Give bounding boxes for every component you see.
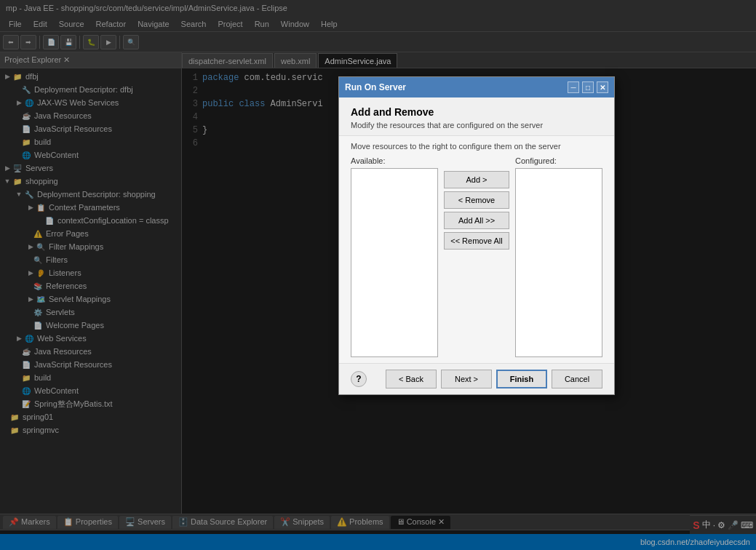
add-all-button[interactable]: Add All >>: [444, 212, 509, 229]
remove-all-button[interactable]: << Remove All: [444, 232, 509, 250]
dialog-help-area: ?: [351, 371, 367, 387]
dialog-title-icons: ─ □ ✕: [568, 81, 608, 93]
remove-button[interactable]: < Remove: [444, 191, 509, 209]
dialog-footer-buttons: < Back Next > Finish Cancel: [386, 370, 602, 388]
finish-button[interactable]: Finish: [496, 370, 547, 388]
run-on-server-dialog: Run On Server ─ □ ✕ Add and Remove Modif…: [338, 76, 615, 395]
dialog-overlay: Run On Server ─ □ ✕ Add and Remove Modif…: [0, 0, 756, 550]
dialog-columns: Available: Add > < Remove Add All >> << …: [351, 156, 602, 357]
back-button[interactable]: < Back: [386, 370, 437, 388]
dialog-title-bar: Run On Server ─ □ ✕: [339, 77, 614, 97]
dialog-header-desc: Modify the resources that are configured…: [351, 121, 602, 129]
help-button[interactable]: ?: [351, 371, 367, 387]
dialog-footer: ? < Back Next > Finish Cancel: [339, 363, 614, 394]
configured-label: Configured:: [515, 156, 602, 165]
dialog-move-text: Move resources to the right to configure…: [351, 142, 602, 151]
dialog-header: Add and Remove Modify the resources that…: [339, 97, 614, 136]
available-column: Available:: [351, 156, 438, 357]
cancel-button[interactable]: Cancel: [552, 370, 602, 388]
add-button[interactable]: Add >: [444, 171, 509, 188]
next-button[interactable]: Next >: [441, 370, 492, 388]
configured-column: Configured:: [515, 156, 602, 357]
available-listbox[interactable]: [351, 168, 438, 357]
dialog-header-title: Add and Remove: [351, 106, 602, 118]
dialog-minimize-btn[interactable]: ─: [568, 81, 579, 93]
dialog-maximize-btn[interactable]: □: [582, 81, 594, 93]
configured-listbox[interactable]: [515, 168, 602, 357]
dialog-body: Move resources to the right to configure…: [339, 136, 614, 363]
dialog-center-buttons: Add > < Remove Add All >> << Remove All: [444, 156, 509, 250]
eclipse-window: mp - Java EE - shopping/src/com/tedu/ser…: [0, 0, 756, 550]
available-label: Available:: [351, 156, 438, 165]
dialog-title: Run On Server: [345, 82, 406, 92]
dialog-close-btn[interactable]: ✕: [597, 81, 608, 93]
